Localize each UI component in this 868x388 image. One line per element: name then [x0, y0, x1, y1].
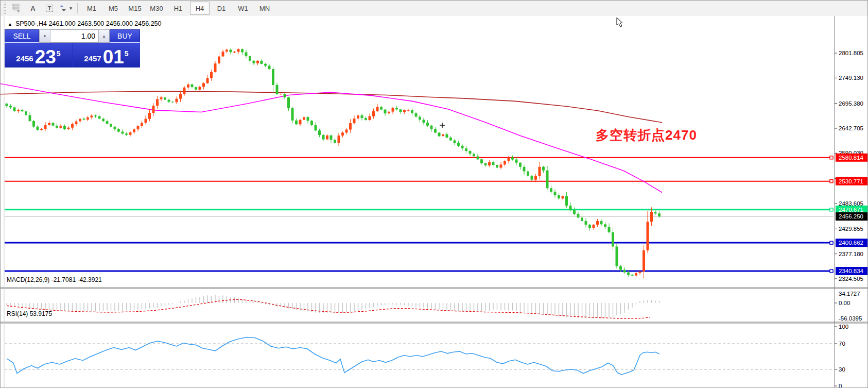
candle-body: [86, 117, 89, 120]
candle-body: [307, 117, 309, 121]
timeframe-h1[interactable]: H1: [168, 2, 188, 15]
sell-price-display[interactable]: 2456 23 5: [5, 43, 72, 68]
buy-price-big: 01: [103, 48, 124, 65]
candle-body: [187, 85, 189, 88]
candle-body: [511, 158, 514, 160]
candle-body: [542, 167, 545, 171]
candle-body: [299, 120, 302, 125]
candle-body: [403, 110, 406, 112]
timeframe-h4[interactable]: H4: [190, 2, 210, 15]
candle-body: [91, 115, 93, 117]
hline-anchor-2530.771[interactable]: [830, 180, 833, 183]
letter-a-glyph: A: [30, 5, 35, 12]
candle-body: [627, 273, 630, 275]
timeframe-mn[interactable]: MN: [255, 2, 274, 15]
sell-button[interactable]: SELL: [5, 29, 39, 43]
toolbar-grip[interactable]: [4, 3, 6, 14]
candle-body: [430, 126, 433, 129]
timeframe-m5[interactable]: M5: [103, 2, 123, 15]
macd-panel[interactable]: 34.17270.00-56.0395: [7, 291, 862, 322]
candle-body: [160, 97, 163, 99]
hline-price-label: 2470.671: [839, 207, 863, 213]
candle-body: [419, 116, 421, 120]
hline-anchor-2400.662[interactable]: [830, 241, 833, 244]
one-click-trade-panel: SELL ▼ ▲ BUY 2456 23 5 2457 01 5: [5, 29, 140, 68]
spin-up-icon: ▲: [102, 34, 106, 39]
candle-body: [102, 119, 105, 121]
arrange-arrows-icon[interactable]: ▾: [59, 2, 73, 15]
candle-body: [523, 167, 526, 172]
grid-f-icon[interactable]: F: [9, 2, 24, 15]
price-tick-label: 2695.380: [839, 100, 863, 107]
candle-body: [291, 108, 294, 121]
candle-body: [650, 212, 653, 222]
candle-body: [230, 49, 232, 52]
buy-button[interactable]: BUY: [110, 29, 140, 43]
candle-body: [480, 159, 483, 163]
chinese-annotation-text[interactable]: 多空转折点2470: [596, 126, 697, 144]
price-axis[interactable]: 2801.8052749.1302695.3802642.7052590.030…: [835, 50, 867, 282]
volume-input[interactable]: [50, 29, 98, 43]
candle-body: [137, 126, 140, 129]
candle-body: [75, 122, 78, 124]
hline-anchor-2580.814[interactable]: [830, 156, 833, 159]
candle-body: [280, 94, 282, 94]
candle-body: [623, 269, 626, 272]
hline-anchor-2470.671[interactable]: [830, 208, 833, 211]
timeframe-d1[interactable]: D1: [212, 2, 231, 15]
candle-body: [79, 119, 81, 121]
timeframe-m15[interactable]: M15: [125, 2, 145, 15]
candle-body: [256, 61, 259, 63]
candle-body: [608, 227, 611, 232]
buy-price-display[interactable]: 2457 01 5: [73, 43, 140, 68]
candle-body: [345, 129, 348, 132]
candle-body: [372, 111, 375, 116]
candle-body: [148, 113, 151, 119]
trading-terminal-window: F A T ▾ M1M5M15M30H1H4D1W1MN 2801.805274…: [0, 0, 868, 388]
candle-body: [504, 161, 506, 165]
timeframe-m1[interactable]: M1: [82, 2, 101, 15]
crosshair-marker: [440, 123, 445, 128]
letter-a-icon[interactable]: A: [26, 2, 40, 15]
candle-body: [25, 111, 27, 115]
candle-body: [145, 119, 147, 123]
timeframe-m30[interactable]: M30: [147, 2, 166, 15]
candle-body: [63, 126, 66, 129]
hline-anchor-2340.834[interactable]: [830, 269, 833, 273]
timeframe-w1[interactable]: W1: [233, 2, 253, 15]
candle-body: [129, 132, 132, 135]
candle-body: [29, 115, 31, 121]
candle-body: [484, 163, 487, 165]
candle-body: [214, 63, 217, 72]
candle-body: [353, 119, 356, 123]
candle-body: [83, 119, 85, 120]
chart-canvas[interactable]: 2801.8052749.1302695.3802642.7052590.030…: [1, 16, 868, 388]
candle-body: [268, 65, 271, 69]
text-box-icon[interactable]: T: [42, 2, 57, 15]
candle-body: [488, 162, 491, 165]
candle-body: [195, 87, 197, 90]
candle-body: [492, 162, 495, 165]
arrange-arrows-glyph: [60, 4, 68, 12]
candle-body: [527, 171, 529, 176]
candle-body: [310, 121, 313, 125]
candle-body: [168, 100, 170, 102]
chart-area[interactable]: 2801.8052749.1302695.3802642.7052590.030…: [1, 16, 868, 388]
candle-body: [303, 117, 305, 120]
candle-body: [171, 102, 174, 103]
candle-body: [442, 134, 444, 136]
macd-scale-label: 34.1727: [839, 291, 860, 297]
panel-borders: [1, 16, 868, 388]
rsi-scale-label: 0: [839, 383, 842, 388]
candle-body: [334, 140, 336, 143]
candle-body: [588, 225, 591, 228]
rsi-panel[interactable]: 10070300: [5, 324, 848, 388]
horizontal-lines-layer: [5, 156, 834, 273]
collapse-icon[interactable]: ▲: [8, 22, 12, 27]
volume-decrease-button[interactable]: ▼: [39, 29, 50, 43]
candle-body: [264, 64, 267, 66]
candle-body: [233, 52, 236, 53]
volume-increase-button[interactable]: ▲: [98, 29, 110, 43]
sell-price-small: 2456: [16, 52, 33, 65]
candle-body: [534, 176, 537, 180]
